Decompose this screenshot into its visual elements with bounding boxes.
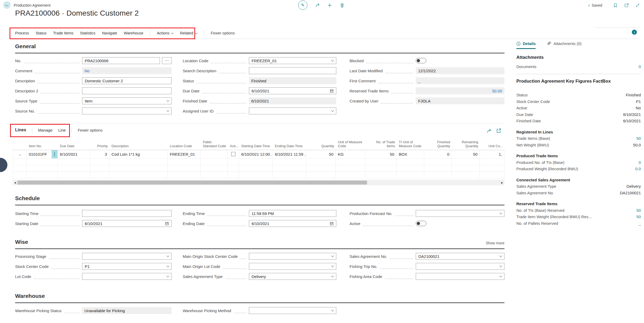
empty-cell[interactable] [424, 159, 452, 165]
empty-cell[interactable] [452, 159, 480, 165]
cell-ti-unit-of-measure[interactable]: BOX [397, 150, 424, 159]
cell-due-date[interactable]: 6/10/2021 [58, 150, 90, 159]
back-button[interactable]: ← [3, 1, 11, 9]
column-header[interactable]: Remaining Quantity [452, 140, 480, 150]
empty-cell[interactable] [228, 159, 239, 165]
empty-cell[interactable] [201, 172, 228, 178]
empty-cell[interactable] [424, 172, 452, 178]
drilldown-link[interactable]: 0.0 [635, 167, 641, 171]
chevron-down-icon[interactable] [331, 254, 334, 257]
ending-date-input[interactable]: 6/10/2021 [249, 220, 336, 227]
cell-active[interactable] [228, 150, 239, 159]
empty-cell[interactable] [13, 172, 27, 178]
info-icon[interactable]: i [632, 30, 637, 35]
cell-priority[interactable]: 3 [90, 150, 109, 159]
warehouse-picking-method-dropdown[interactable] [249, 307, 336, 314]
empty-cell[interactable] [27, 172, 58, 178]
sales-agreement-no-dropdown[interactable]: DA2100021 [416, 253, 504, 260]
cell-ending-datetime[interactable]: 6/10/2021 11:59 ... [273, 150, 306, 159]
chevron-down-icon[interactable] [499, 211, 502, 214]
starting-date-input[interactable]: 6/10/2021 [82, 220, 172, 227]
section-heading-general[interactable]: General [15, 43, 36, 50]
calendar-icon[interactable] [330, 89, 334, 93]
column-header[interactable]: Ending Date-Time [273, 140, 306, 150]
column-header[interactable]: Quantity [306, 140, 336, 150]
stock-center-code-dropdown[interactable]: P1 [82, 263, 172, 270]
empty-cell[interactable] [424, 165, 452, 172]
empty-cell[interactable] [273, 159, 306, 165]
empty-cell[interactable] [109, 165, 168, 172]
checkbox-unchecked[interactable] [231, 152, 235, 156]
open-in-new-window-button[interactable] [624, 3, 629, 8]
empty-cell[interactable] [58, 172, 90, 178]
empty-cell[interactable] [397, 159, 424, 165]
reserved-trade-items-field[interactable]: 50.00 [416, 87, 504, 94]
fishing-area-code-dropdown[interactable] [416, 273, 504, 280]
delete-button[interactable] [339, 3, 345, 8]
chevron-down-icon[interactable] [499, 254, 502, 257]
production-forecast-no-dropdown[interactable] [416, 210, 504, 217]
column-header[interactable]: No. of Trade Items [365, 140, 397, 150]
menu-fewer-options[interactable]: Fewer options [211, 31, 235, 35]
column-header[interactable]: Unit of Measure Code [336, 140, 365, 150]
empty-cell[interactable] [336, 159, 365, 165]
chevron-down-icon[interactable] [331, 58, 334, 61]
breadcrumb[interactable]: Production Agreement [14, 3, 51, 7]
cell-unit-of-measure[interactable]: KG [336, 150, 365, 159]
empty-cell[interactable] [397, 172, 424, 178]
cell-location-code[interactable]: FREEZER_01 [168, 150, 201, 159]
search-description-input[interactable] [249, 67, 336, 74]
starting-time-input[interactable] [82, 210, 172, 217]
column-header[interactable]: Finished Quantity [424, 140, 452, 150]
tab-details[interactable]: i Details [516, 41, 536, 49]
cell-unit-cost[interactable]: 1, [480, 150, 504, 159]
empty-cell[interactable] [273, 165, 306, 172]
assist-edit-button[interactable] [162, 57, 172, 64]
lot-code-dropdown[interactable] [82, 273, 172, 280]
empty-cell[interactable] [90, 159, 109, 165]
chevron-down-icon[interactable] [166, 98, 169, 101]
chevron-down-icon[interactable] [166, 274, 169, 277]
description-input[interactable]: Domestic Customer 2 [82, 77, 172, 84]
empty-cell[interactable] [306, 159, 336, 165]
empty-cell[interactable] [58, 159, 90, 165]
empty-cell[interactable] [306, 172, 336, 178]
row-selector[interactable]: → [13, 150, 27, 159]
empty-cell[interactable] [13, 165, 27, 172]
share-lines-button[interactable] [486, 128, 491, 133]
empty-cell[interactable] [168, 165, 201, 172]
empty-cell[interactable] [480, 159, 504, 165]
column-header[interactable]: Location Code [168, 140, 201, 150]
fishing-trip-no-dropdown[interactable] [416, 263, 504, 270]
column-header[interactable]: Starting Date-Time [239, 140, 273, 150]
empty-cell[interactable] [452, 165, 480, 172]
scrollbar-thumb[interactable] [17, 181, 367, 185]
new-button[interactable] [327, 3, 332, 8]
empty-cell[interactable] [168, 159, 201, 165]
drilldown-link[interactable]: 50 [636, 136, 641, 141]
empty-cell[interactable] [27, 159, 58, 165]
empty-cell[interactable] [306, 165, 336, 172]
section-heading-schedule[interactable]: Schedule [15, 195, 40, 201]
chevron-down-icon[interactable] [331, 274, 334, 277]
empty-cell[interactable] [228, 165, 239, 172]
main-origin-lot-code-dropdown[interactable] [249, 263, 336, 270]
empty-cell[interactable] [480, 165, 504, 172]
due-date-input[interactable]: 6/10/2021 [249, 87, 336, 94]
assigned-user-id-dropdown[interactable] [249, 107, 336, 114]
chevron-down-icon[interactable] [499, 274, 502, 277]
column-header[interactable]: Description [109, 140, 168, 150]
chevron-down-icon[interactable] [166, 109, 169, 111]
cell-starting-datetime[interactable]: 6/10/2021 12:00 ... [239, 150, 273, 159]
sales-agreement-type-dropdown[interactable]: Delivery [249, 273, 336, 280]
column-header[interactable]: Due Date [58, 140, 90, 150]
cell-item-no[interactable]: 010101FF [27, 150, 58, 159]
column-header[interactable]: Pallet Standard Code [201, 140, 228, 150]
chevron-down-icon[interactable] [166, 254, 169, 257]
tab-attachments[interactable]: Attachments (0) [547, 41, 582, 48]
empty-cell[interactable] [228, 172, 239, 178]
column-header[interactable]: Item No. [27, 140, 58, 150]
empty-cell[interactable] [452, 172, 480, 178]
empty-cell[interactable] [336, 172, 365, 178]
empty-cell[interactable] [397, 165, 424, 172]
